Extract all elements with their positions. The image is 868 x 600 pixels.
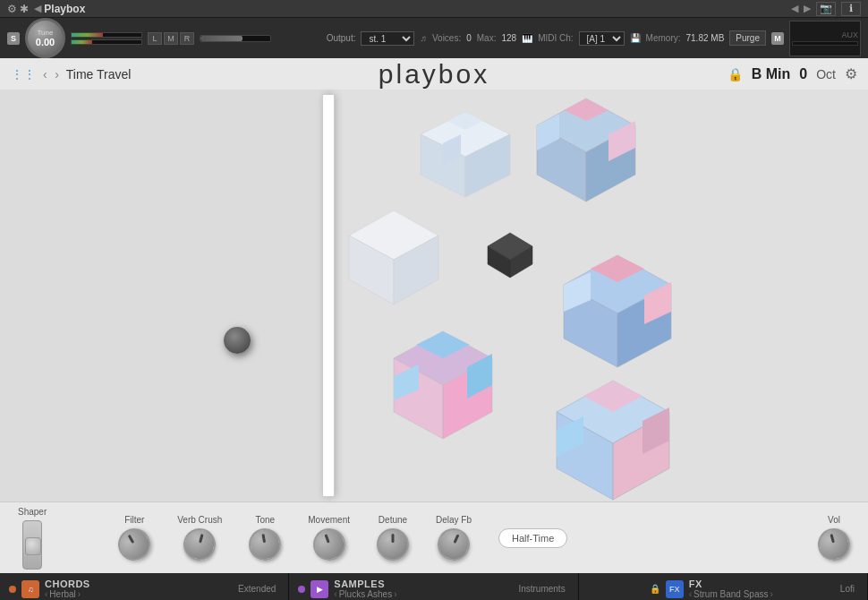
detune-group: Detune [377, 515, 409, 561]
chords-tab-arrows: ‹ Herbal › [45, 589, 90, 599]
purge-button[interactable]: Purge [729, 30, 766, 46]
info-icon[interactable]: ℹ [841, 2, 861, 16]
voices-icon: ♬ [420, 33, 427, 43]
shaper-ball[interactable] [224, 327, 251, 354]
app-title: Playbox [44, 3, 85, 15]
lock-icon: 🔒 [728, 67, 743, 81]
cube-4 [340, 206, 447, 313]
chords-prev[interactable]: ‹ [45, 589, 47, 599]
verb-crush-knob[interactable] [180, 525, 219, 564]
topbar: ⚙ ✱ ◀ Playbox ◀ ▶ 📷 ℹ S Tune 0.00 L M R [0, 0, 868, 58]
vol-knob[interactable] [814, 525, 854, 564]
movement-label: Movement [308, 515, 350, 525]
menu-icon[interactable]: ⚙ ✱ [7, 3, 29, 15]
cube-2 [528, 94, 644, 210]
detune-knob[interactable] [377, 528, 409, 561]
halftime-group: Half-Time [498, 528, 567, 548]
voices-label: Voices: [432, 33, 461, 43]
l-button[interactable]: L [148, 32, 162, 45]
shaper-label: Shaper [18, 507, 47, 517]
filter-knob[interactable] [113, 522, 157, 566]
samples-tab-arrows: ‹ Plucks Ashes › [334, 589, 396, 599]
samples-right-label: Instruments [518, 584, 568, 594]
tone-knob[interactable] [246, 526, 284, 563]
level-meters [71, 32, 142, 45]
chords-sub: Herbal [49, 589, 75, 599]
samples-tab[interactable]: ▶ SAMPLES ‹ Plucks Ashes › Instruments [289, 573, 578, 600]
oct-label: Oct [816, 67, 836, 81]
fx-right-label: Lofi [840, 584, 858, 594]
s-badge[interactable]: S [7, 32, 20, 45]
aux-section: AUX [789, 21, 861, 56]
output-select[interactable]: st. 1 [361, 31, 414, 46]
nav-left[interactable]: ◀ [791, 3, 798, 14]
tuner-knob[interactable]: Tune 0.00 [25, 18, 65, 58]
bottom-controls: Shaper Filter Verb Crush Tone Movement D… [0, 501, 868, 573]
m-badge[interactable]: M [771, 32, 784, 45]
controls-bar: S Tune 0.00 L M R Output: st. 1 ♬ V [0, 18, 868, 58]
samples-sub: Plucks Ashes [339, 589, 392, 599]
tone-group: Tone [249, 515, 281, 561]
chords-next[interactable]: › [78, 589, 81, 599]
dots-icon: ⋮⋮ [11, 67, 36, 81]
gain-slider[interactable] [200, 35, 271, 42]
shaper-fader[interactable] [22, 520, 42, 570]
header-right: 🔒 B Min 0 Oct ⚙ [728, 65, 857, 82]
playbox-title: playbox [379, 59, 489, 90]
movement-knob[interactable] [309, 524, 350, 565]
chords-tab-label: CHORDS [45, 579, 90, 589]
nav-right[interactable]: ▶ [804, 3, 811, 14]
m-button[interactable]: M [164, 32, 178, 45]
fx-icon: FX [666, 580, 684, 598]
midi-icon: 🎹 [522, 33, 532, 43]
fx-prev[interactable]: ‹ [689, 589, 692, 599]
cube-3 [483, 228, 537, 282]
fx-tab-arrows: ‹ Strum Band Spass › [689, 589, 773, 599]
midi-select[interactable]: [A] 1 [579, 31, 625, 46]
fx-next[interactable]: › [770, 589, 772, 599]
fx-tab[interactable]: 🔒 FX FX ‹ Strum Band Spass › Lofi [579, 573, 868, 600]
delay-fb-knob[interactable] [432, 523, 475, 566]
forward-button[interactable]: › [55, 67, 59, 81]
settings-icon[interactable]: ⚙ [845, 65, 857, 82]
header-bar: ⋮⋮ ‹ › Time Travel playbox 🔒 B Min 0 Oct… [0, 58, 868, 90]
chords-tab-info: CHORDS ‹ Herbal › [45, 579, 90, 599]
halftime-button[interactable]: Half-Time [498, 528, 567, 548]
samples-tab-label: SAMPLES [334, 579, 396, 589]
cube-1 [416, 107, 515, 206]
chords-right-label: Extended [238, 584, 279, 594]
samples-icon: ▶ [311, 580, 328, 598]
fx-tab-label: FX [689, 579, 773, 589]
samples-tab-info: SAMPLES ‹ Plucks Ashes › [334, 579, 396, 599]
samples-next[interactable]: › [394, 589, 396, 599]
fx-sub: Strum Band Spass [694, 589, 768, 599]
movement-group: Movement [308, 515, 350, 561]
cube-5 [555, 251, 680, 376]
camera-icon[interactable]: 📷 [816, 2, 836, 16]
chords-tab-dot [9, 586, 16, 593]
cubes-panel [331, 90, 868, 501]
breadcrumb-arrows: ‹ › [43, 66, 59, 82]
verb-crush-group: Verb Crush [177, 515, 222, 561]
midi-label: MIDI Ch: [538, 33, 573, 43]
voices-value: 0 [466, 33, 472, 43]
vol-group: Vol [818, 515, 850, 561]
title-bar: ⚙ ✱ ◀ Playbox ◀ ▶ 📷 ℹ [0, 0, 868, 18]
chords-icon: ♫ [21, 580, 39, 598]
delay-fb-label: Delay Fb [436, 515, 472, 525]
chords-tab[interactable]: ♫ CHORDS ‹ Herbal › Extended [0, 573, 289, 600]
r-button[interactable]: R [180, 32, 194, 45]
shaper-group: Shaper [18, 507, 47, 570]
voices-max-value: 128 [501, 33, 516, 43]
samples-prev[interactable]: ‹ [334, 589, 336, 599]
back-button[interactable]: ‹ [43, 67, 47, 81]
memory-value: 71.82 MB [686, 33, 725, 43]
tone-label: Tone [255, 515, 275, 525]
output-label: Output: [327, 33, 356, 43]
detune-label: Detune [379, 515, 407, 525]
vol-label: Vol [828, 515, 840, 525]
filter-label: Filter [124, 515, 144, 525]
oct-num: 0 [799, 66, 807, 82]
lr-buttons: L M R [148, 32, 194, 45]
window-arrow-left[interactable]: ◀ [34, 3, 41, 14]
